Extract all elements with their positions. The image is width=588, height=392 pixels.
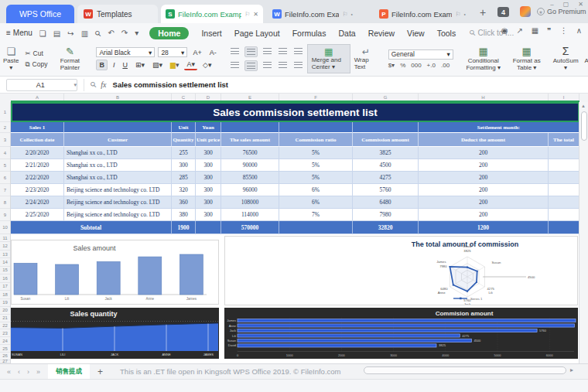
column-header-B[interactable]: B xyxy=(64,94,172,101)
header-cell-1[interactable]: Custmer xyxy=(64,133,172,147)
schedule-icon[interactable]: ▦ xyxy=(532,26,538,35)
cell-r6-c0[interactable]: 2/22/2020 xyxy=(11,172,64,184)
doc-tab-1[interactable]: SFileInfo.com Example.et⚐✕ xyxy=(161,5,263,23)
copy-button[interactable]: ⧉Copy xyxy=(25,60,47,69)
cell-r4-c0[interactable]: 2/20/2020 xyxy=(11,147,64,159)
column-header-I[interactable]: I xyxy=(549,94,579,101)
number-format-select[interactable]: General▾ xyxy=(388,49,453,60)
column-header-C[interactable]: C xyxy=(172,94,196,101)
header-cell-7[interactable]: Deduct the amount xyxy=(419,133,549,147)
row-header-25[interactable]: 25 xyxy=(0,345,10,353)
column-header-A[interactable]: A xyxy=(11,94,64,101)
cell-r5-c7[interactable]: 200 xyxy=(419,159,549,172)
cell-r8-c0[interactable]: 2/24/2020 xyxy=(11,196,64,209)
tab-count-badge[interactable]: 4 xyxy=(497,7,509,17)
band-cell-2[interactable]: Unit xyxy=(172,122,196,133)
row-header-20[interactable]: 20 xyxy=(0,307,10,315)
cell-r8-c2[interactable]: 360 xyxy=(172,196,196,209)
align-left-icon[interactable] xyxy=(229,60,241,71)
prev-sheet-icon[interactable]: ‹ xyxy=(18,368,20,376)
cell-r5-c4[interactable]: 90000 xyxy=(221,159,279,172)
currency-icon[interactable]: $▾ xyxy=(388,62,395,69)
commission-radar-chart[interactable]: The total amount of commissionDavid3825S… xyxy=(224,236,578,305)
align-center-icon[interactable] xyxy=(244,60,258,71)
paste-button[interactable]: ❏ Paste ▾ xyxy=(0,42,22,76)
row-header-22[interactable]: 22 xyxy=(0,322,10,330)
cell-r8-c5[interactable]: 6% xyxy=(279,196,353,209)
cell-r7-c6[interactable]: 5760 xyxy=(353,184,419,196)
italic-button[interactable]: I xyxy=(111,60,118,70)
ribbon-tab-tools[interactable]: Tools xyxy=(437,29,456,38)
doc-tab-3[interactable]: PFileInfo.com Example.dps⚐● xyxy=(374,5,470,23)
cell-r6-c4[interactable]: 85500 xyxy=(221,172,279,184)
cell-r9-c7[interactable]: 200 xyxy=(419,209,549,221)
sheet-tab-active[interactable]: 销售提成 xyxy=(48,364,90,380)
percent-icon[interactable]: % xyxy=(400,62,405,69)
bold-button[interactable]: B xyxy=(96,60,108,70)
cell-r9-c1[interactable]: Beijing science and technology co. LTD xyxy=(64,209,172,221)
comma-style-icon[interactable]: 000 xyxy=(411,62,421,69)
ribbon-tab-insert[interactable]: Insert xyxy=(201,29,221,38)
vertical-scrollbar[interactable]: ▲ xyxy=(579,102,588,363)
cell-r7-c4[interactable]: 96000 xyxy=(221,184,279,196)
preview-icon[interactable]: ⚲ xyxy=(93,29,103,39)
cell-r9-c3[interactable]: 300 xyxy=(196,209,221,221)
row-header-15[interactable]: 15 xyxy=(0,267,10,274)
column-header-F[interactable]: F xyxy=(279,94,353,101)
row-header-18[interactable]: 18 xyxy=(0,291,10,298)
cell-r6-c6[interactable]: 4275 xyxy=(353,172,419,184)
zoom-formula-icon[interactable]: ⚲ xyxy=(88,80,98,90)
row-header-8[interactable]: 8 xyxy=(0,196,10,209)
sales-amount-chart[interactable]: Sales amountSusanLiliJackAnneJames xyxy=(11,240,219,305)
row-header-23[interactable]: 23 xyxy=(0,329,10,337)
cell-r8-c4[interactable]: 108000 xyxy=(221,196,279,209)
font-size-select[interactable]: 28▾ xyxy=(158,47,187,57)
subtotal-cell-0[interactable]: Subtotal xyxy=(11,221,172,234)
increase-decimal-icon[interactable]: +.0 xyxy=(427,62,436,69)
add-sheet-icon[interactable]: + xyxy=(97,366,103,377)
header-cell-0[interactable]: Collection date xyxy=(11,133,64,147)
ribbon-tab-review[interactable]: Review xyxy=(368,29,395,38)
cell-r9-c8[interactable] xyxy=(549,209,579,221)
row-header-5[interactable]: 5 xyxy=(0,159,10,172)
merge-center-button[interactable]: ▦ Merge and Center ▾ xyxy=(307,44,350,73)
increase-indent-icon[interactable] xyxy=(292,46,304,57)
ribbon-tab-view[interactable]: View xyxy=(407,29,425,38)
align-top-icon[interactable] xyxy=(229,46,241,57)
cell-r6-c3[interactable]: 300 xyxy=(196,172,221,184)
cell-r9-c2[interactable]: 380 xyxy=(172,209,196,221)
conditional-formatting-button[interactable]: ▦ Conditional Formatting ▾ xyxy=(460,42,507,76)
row-headers[interactable]: 1234567891011121314151617181920212223242… xyxy=(0,102,11,363)
column-header-G[interactable]: G xyxy=(353,94,419,101)
cell-r9-c6[interactable]: 7980 xyxy=(353,209,419,221)
band-cell-6[interactable] xyxy=(353,122,419,133)
cell-r8-c1[interactable]: Beijing science and technology co. LTD xyxy=(64,196,172,209)
cell-r7-c8[interactable] xyxy=(549,184,579,196)
cell-r5-c1[interactable]: Shanghai xx co., LTD xyxy=(64,159,172,172)
ribbon-tab-formulas[interactable]: Formulas xyxy=(292,29,326,38)
band-cell-5[interactable] xyxy=(279,122,353,133)
ribbon-tab-page-layout[interactable]: Page Layout xyxy=(234,29,280,38)
cell-r8-c8[interactable] xyxy=(549,196,579,209)
subtotal-cell-3[interactable]: 570000 xyxy=(221,221,279,234)
justify-icon[interactable] xyxy=(277,60,289,71)
scroll-right-icon[interactable]: ▸ xyxy=(570,366,573,373)
subtotal-cell-1[interactable]: 1900 xyxy=(172,221,196,234)
cell-r4-c1[interactable]: Shanghai xx co., LTD xyxy=(64,147,172,159)
print-icon[interactable]: ▥ xyxy=(81,29,88,38)
highlight-button[interactable]: ▆▾ xyxy=(168,60,181,70)
align-right-icon[interactable] xyxy=(262,60,273,71)
cell-r5-c5[interactable]: 5% xyxy=(279,159,353,172)
redo-icon[interactable]: ↷ xyxy=(121,29,128,37)
cell-r5-c6[interactable]: 4500 xyxy=(353,159,419,172)
cell-r5-c3[interactable]: 300 xyxy=(196,159,221,172)
templates-tab[interactable]: W Templates xyxy=(77,5,158,23)
header-cell-6[interactable]: Commission amount xyxy=(353,133,419,147)
distribute-icon[interactable] xyxy=(292,60,304,71)
save-icon[interactable]: ▤ xyxy=(53,29,60,38)
cell-r6-c5[interactable]: 5% xyxy=(279,172,353,184)
cell-r6-c8[interactable] xyxy=(549,172,579,184)
name-box[interactable]: A1 ▾ xyxy=(6,79,77,91)
avatar[interactable] xyxy=(520,6,531,17)
decrease-decimal-icon[interactable]: .00 xyxy=(441,62,450,69)
